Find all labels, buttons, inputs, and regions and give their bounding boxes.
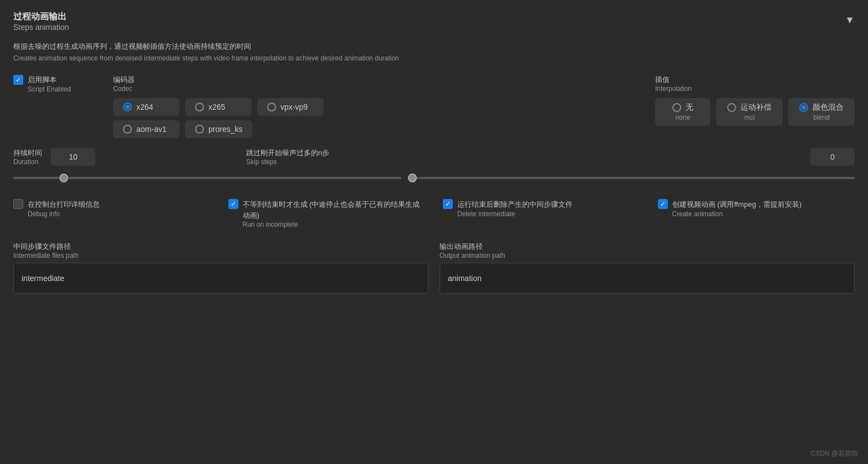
watermark: CSDN @若苗睛 bbox=[810, 449, 858, 458]
interp-mci-label-zh: 运动补偿 bbox=[741, 103, 772, 113]
delete-intermediate-label-zh: 运行结束后删除产生的中间步骤文件 bbox=[457, 199, 573, 210]
duration-label-en: Duration bbox=[13, 158, 42, 166]
run-incomplete-label-en: Run on incomplete bbox=[243, 221, 426, 228]
interp-none-label-zh: 无 bbox=[686, 103, 693, 113]
interp-mci-label-en: mci bbox=[744, 114, 755, 121]
codec-x264[interactable]: x264 bbox=[113, 98, 180, 116]
codec-aom-av1-label: aom-av1 bbox=[136, 125, 166, 134]
debug-info-label-zh: 在控制台打印详细信息 bbox=[28, 199, 100, 210]
codec-x265-label: x265 bbox=[208, 103, 225, 111]
interp-blend-label-zh: 颜色混合 bbox=[813, 103, 844, 113]
skip-steps-label-block: 跳过刚开始噪声过多的n步 Skip steps bbox=[246, 148, 801, 166]
delete-intermediate-labels: 运行结束后删除产生的中间步骤文件 Delete intermediate bbox=[457, 199, 573, 218]
create-animation-check-mark: ✓ bbox=[660, 200, 666, 208]
skip-steps-slider[interactable] bbox=[412, 170, 855, 186]
intermediate-path-label-zh: 中间步骤文件路径 bbox=[13, 242, 428, 252]
delete-intermediate-label-en: Delete intermediate bbox=[457, 210, 573, 218]
script-enabled-section: ✓ 启用脚本 Script Enabled bbox=[13, 75, 91, 93]
desc-zh: 根据去噪的过程生成动画序列，通过视频帧插值方法使动画持续预定的时间 bbox=[13, 40, 855, 53]
interp-label-en: Interpolation bbox=[655, 85, 855, 93]
run-incomplete-checkbox[interactable]: ✓ bbox=[228, 199, 238, 209]
create-animation-label-en: Create animation bbox=[672, 210, 802, 218]
delete-intermediate-checkbox[interactable]: ✓ bbox=[443, 199, 453, 209]
create-animation-checkbox[interactable]: ✓ bbox=[658, 199, 668, 209]
description-block: 根据去噪的过程生成动画序列，通过视频帧插值方法使动画持续预定的时间 Create… bbox=[13, 40, 855, 64]
skip-steps-field-row: 跳过刚开始噪声过多的n步 Skip steps bbox=[246, 148, 855, 166]
output-path-input[interactable] bbox=[440, 263, 855, 294]
debug-info-item[interactable]: 在控制台打印详细信息 Debug info bbox=[13, 199, 211, 218]
codec-aom-av1-dot bbox=[123, 125, 132, 134]
intermediate-path-input[interactable] bbox=[13, 263, 428, 294]
codec-x264-label: x264 bbox=[136, 103, 153, 111]
codec-x264-dot bbox=[123, 103, 132, 111]
skip-steps-label-zh: 跳过刚开始噪声过多的n步 bbox=[246, 148, 801, 158]
interp-none-dot bbox=[672, 103, 681, 112]
interp-blend-label-en: blend bbox=[813, 114, 829, 121]
interp-buttons: 无 none 运动补偿 mci 颜色混合 blend bbox=[655, 98, 855, 126]
codec-vpx-vp9-dot bbox=[267, 103, 276, 111]
run-incomplete-item[interactable]: ✓ 不等到结束时才生成 (中途停止也会基于已有的结果生成动画) Run on i… bbox=[228, 199, 426, 228]
codec-x265[interactable]: x265 bbox=[185, 98, 252, 116]
codec-aom-av1[interactable]: aom-av1 bbox=[113, 120, 180, 138]
codec-buttons-row2: aom-av1 prores_ks bbox=[113, 120, 633, 138]
script-enabled-checkbox[interactable]: ✓ bbox=[13, 75, 23, 85]
script-enabled-label-zh: 启用脚本 bbox=[28, 75, 57, 85]
output-animation-path-group: 输出动画路径 Output animation path bbox=[440, 242, 855, 294]
debug-info-labels: 在控制台打印详细信息 Debug info bbox=[28, 199, 100, 218]
skip-steps-input[interactable] bbox=[810, 148, 855, 166]
duration-label-zh: 持续时间 bbox=[13, 148, 42, 158]
check-mark: ✓ bbox=[16, 76, 21, 84]
desc-en: Creates animation sequence from denoised… bbox=[13, 53, 855, 64]
interp-none[interactable]: 无 none bbox=[655, 98, 711, 126]
codec-buttons: x264 x265 vpx-vp9 bbox=[113, 98, 633, 116]
checkboxes-row: 在控制台打印详细信息 Debug info ✓ 不等到结束时才生成 (中途停止也… bbox=[13, 199, 855, 228]
paths-section: 中间步骤文件路径 Intermediate files path 输出动画路径 … bbox=[13, 242, 855, 294]
debug-info-label-en: Debug info bbox=[28, 210, 100, 218]
interp-mci[interactable]: 运动补偿 mci bbox=[716, 98, 783, 126]
interp-blend[interactable]: 颜色混合 blend bbox=[788, 98, 855, 126]
codec-vpx-vp9-label: vpx-vp9 bbox=[280, 103, 308, 111]
duration-label-block: 持续时间 Duration bbox=[13, 148, 42, 166]
duration-field-row: 持续时间 Duration bbox=[13, 148, 235, 166]
skip-steps-label-en: Skip steps bbox=[246, 158, 801, 166]
create-animation-labels: 创建视频动画 (调用ffmpeg，需提前安装) Create animation bbox=[672, 199, 802, 218]
title-en: Steps animation bbox=[13, 23, 69, 32]
codec-x265-dot bbox=[195, 103, 204, 111]
codec-section: 编码器 Codec x264 x265 vpx-vp9 aom-av1 bbox=[113, 75, 633, 138]
interp-mci-dot bbox=[727, 103, 736, 112]
interp-blend-dot bbox=[799, 103, 808, 112]
duration-slider-thumb[interactable] bbox=[59, 174, 68, 182]
delete-intermediate-check-mark: ✓ bbox=[445, 200, 451, 208]
create-animation-label-zh: 创建视频动画 (调用ffmpeg，需提前安装) bbox=[672, 199, 802, 210]
codec-label-zh: 编码器 bbox=[113, 75, 633, 85]
codec-prores-ks[interactable]: prores_ks bbox=[185, 120, 252, 138]
interp-label-zh: 插值 bbox=[655, 75, 855, 85]
interpolation-section: 插值 Interpolation 无 none 运动补偿 mci bbox=[655, 75, 855, 126]
collapse-chevron-icon[interactable]: ▼ bbox=[845, 14, 855, 26]
create-animation-item[interactable]: ✓ 创建视频动画 (调用ffmpeg，需提前安装) Create animati… bbox=[658, 199, 855, 218]
output-path-label-zh: 输出动画路径 bbox=[440, 242, 855, 252]
script-enabled-checkbox-row[interactable]: ✓ 启用脚本 bbox=[13, 75, 57, 85]
duration-input[interactable] bbox=[51, 148, 95, 166]
title-zh: 过程动画输出 bbox=[13, 11, 69, 23]
run-incomplete-labels: 不等到结束时才生成 (中途停止也会基于已有的结果生成动画) Run on inc… bbox=[243, 199, 426, 228]
interp-none-label-en: none bbox=[676, 114, 691, 121]
intermediate-path-label-en: Intermediate files path bbox=[13, 252, 428, 259]
codec-prores-ks-dot bbox=[195, 125, 204, 134]
run-incomplete-label-zh: 不等到结束时才生成 (中途停止也会基于已有的结果生成动画) bbox=[243, 199, 426, 221]
codec-vpx-vp9[interactable]: vpx-vp9 bbox=[257, 98, 324, 116]
run-incomplete-check-mark: ✓ bbox=[231, 200, 236, 208]
script-enabled-label-en: Script Enabled bbox=[28, 85, 71, 93]
intermediate-path-group: 中间步骤文件路径 Intermediate files path bbox=[13, 242, 428, 294]
debug-info-checkbox[interactable] bbox=[13, 199, 23, 209]
codec-label-en: Codec bbox=[113, 85, 633, 93]
title-block: 过程动画输出 Steps animation bbox=[13, 11, 69, 32]
skip-steps-slider-thumb[interactable] bbox=[408, 174, 417, 182]
codec-prores-ks-label: prores_ks bbox=[208, 125, 242, 134]
duration-slider[interactable] bbox=[13, 170, 401, 186]
output-path-label-en: Output animation path bbox=[440, 252, 855, 259]
delete-intermediate-item[interactable]: ✓ 运行结束后删除产生的中间步骤文件 Delete intermediate bbox=[443, 199, 640, 218]
